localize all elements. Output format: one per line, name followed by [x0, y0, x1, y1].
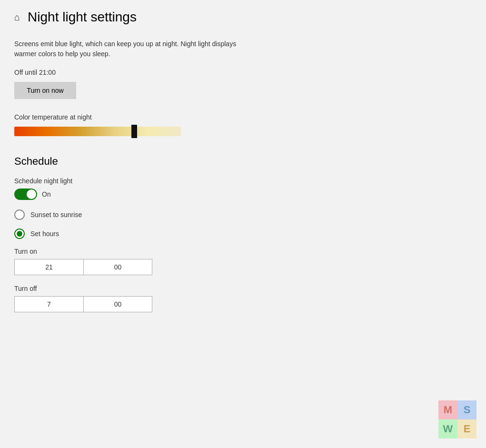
toggle-knob — [27, 189, 36, 199]
watermark-bl: W — [438, 419, 457, 438]
set-hours-radio-inner — [17, 231, 22, 237]
sunset-to-sunrise-radio[interactable]: Sunset to sunrise — [14, 209, 295, 220]
header: ⌂ Night light settings — [14, 10, 295, 25]
schedule-toggle-row[interactable]: On — [14, 189, 295, 200]
turn-off-label: Turn off — [14, 285, 295, 292]
page-title: Night light settings — [28, 10, 137, 25]
sunset-radio-button[interactable] — [14, 209, 25, 220]
color-temp-label: Color temperature at night — [14, 113, 295, 121]
turn-on-minute-input[interactable]: 00 — [83, 259, 152, 275]
color-temp-slider-container — [14, 127, 295, 136]
toggle-label: On — [42, 190, 51, 198]
turn-off-hour-input[interactable]: 7 — [14, 296, 83, 312]
schedule-toggle[interactable] — [14, 189, 37, 200]
schedule-night-light-label: Schedule night light — [14, 177, 295, 185]
turn-off-inputs: 7 00 — [14, 296, 295, 312]
turn-off-minute-input[interactable]: 00 — [83, 296, 152, 312]
turn-on-inputs: 21 00 — [14, 259, 295, 275]
turn-on-label: Turn on — [14, 248, 295, 255]
set-hours-radio-button[interactable] — [14, 229, 25, 239]
watermark-br: E — [457, 419, 476, 438]
turn-on-now-button[interactable]: Turn on now — [14, 82, 76, 99]
slider-thumb[interactable] — [131, 125, 137, 138]
schedule-heading: Schedule — [14, 155, 295, 168]
watermark: M S W E — [438, 400, 476, 438]
description-text: Screens emit blue light, which can keep … — [14, 39, 252, 59]
sunset-radio-label: Sunset to sunrise — [30, 211, 82, 219]
color-slider-track[interactable] — [14, 127, 181, 136]
watermark-tr: S — [457, 400, 476, 419]
watermark-tl: M — [438, 400, 457, 419]
status-text: Off until 21:00 — [14, 69, 295, 76]
set-hours-radio-label: Set hours — [30, 230, 59, 238]
turn-on-hour-input[interactable]: 21 — [14, 259, 83, 275]
set-hours-radio[interactable]: Set hours — [14, 229, 295, 239]
home-icon[interactable]: ⌂ — [14, 12, 20, 23]
